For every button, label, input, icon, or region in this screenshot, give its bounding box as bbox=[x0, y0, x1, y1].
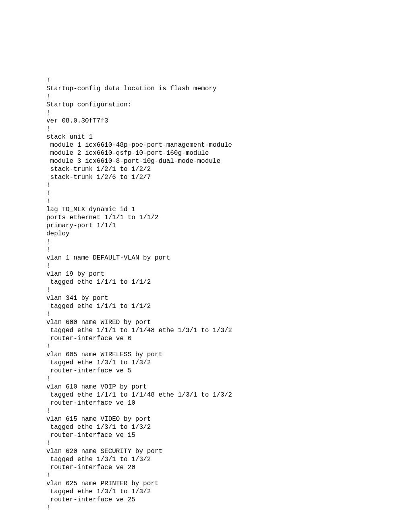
config-output: ! Startup-config data location is flash … bbox=[46, 77, 365, 512]
